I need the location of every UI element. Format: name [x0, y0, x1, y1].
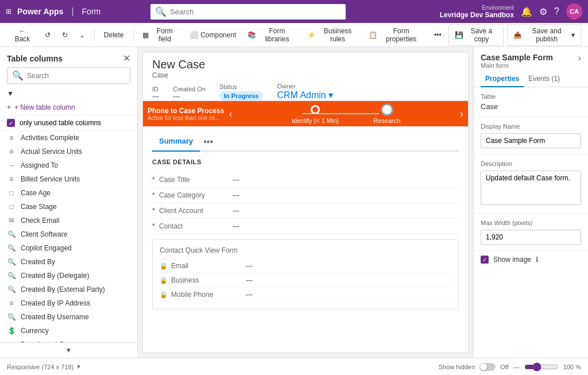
save-copy-button[interactable]: 💾 Save a copy: [448, 24, 504, 46]
info-icon[interactable]: ℹ: [536, 256, 539, 264]
right-panel-title: Case Sample Form: [481, 53, 553, 62]
form-canvas: New Case Case ID --- Created On --- Stat…: [142, 52, 469, 353]
qv-label-email: Email: [171, 262, 246, 270]
search-box[interactable]: 🔍: [150, 4, 346, 20]
business-rules-button[interactable]: ⚡ Business rules: [303, 25, 362, 45]
step-research-label: Research: [373, 117, 400, 124]
tab-summary[interactable]: Summary: [152, 133, 200, 152]
list-item[interactable]: ≡ Billed Service Units: [0, 172, 137, 186]
more-history-button[interactable]: ⌄: [75, 29, 90, 41]
form-field-button[interactable]: ▦ Form field: [138, 25, 183, 45]
show-image-checkbox[interactable]: ✓: [481, 256, 489, 264]
sidebar-scroll-down[interactable]: ▼: [65, 346, 72, 354]
sidebar-item-check-email[interactable]: ✉ Check Email: [0, 214, 137, 227]
sidebar-item-case-stage[interactable]: □ Case Stage: [0, 200, 137, 214]
process-left-arrow-icon[interactable]: ‹: [229, 108, 232, 120]
sidebar-list: ≡ Activities Complete ≡ Actual Service U…: [0, 131, 137, 342]
list-item-label: Created By IP Address: [21, 299, 90, 307]
currency-icon: 💲: [7, 327, 16, 335]
created-on-label: Created On: [173, 86, 206, 92]
save-publish-icon: 📤: [513, 31, 522, 39]
display-name-input[interactable]: [481, 133, 581, 148]
sidebar-item-currency[interactable]: 💲 Currency: [0, 324, 137, 338]
tab-events[interactable]: Events (1): [524, 71, 564, 87]
created-on-value: ---: [173, 92, 206, 100]
top-bar: ⊞ Power Apps | Form 🔍 Environment Levrid…: [0, 0, 588, 23]
quick-view-form: Contact Quick View Form 🔒 Email --- 🔒 Bu…: [152, 239, 459, 310]
sidebar-search-input[interactable]: [27, 72, 125, 80]
toolbar-right: 💾 Save a copy 📤 Save and publish ▾: [448, 24, 581, 46]
help-icon[interactable]: ?: [554, 6, 559, 17]
list-item[interactable]: □ Case Age: [0, 186, 137, 200]
back-button[interactable]: ← Back: [7, 25, 38, 45]
tab-more-button[interactable]: •••: [201, 133, 215, 150]
show-image-row[interactable]: ✓ Show image ℹ: [474, 251, 588, 268]
right-panel-title-block: Case Sample Form Main form: [481, 53, 553, 69]
settings-gear-icon[interactable]: ⚙: [539, 6, 547, 17]
form-properties-button[interactable]: 📋 Form properties: [364, 25, 427, 45]
status-bar: Responsive (724 x 718) ▾ Show hidden Off…: [0, 358, 588, 375]
list-item-label: Created By (External Party): [21, 285, 105, 293]
search-small-icon: 🔍: [7, 244, 16, 252]
new-table-column-button[interactable]: + + New table column: [0, 100, 137, 115]
undo-button[interactable]: ↺: [40, 29, 55, 41]
max-width-label: Max Width (pixels): [481, 219, 581, 226]
qv-value-mobile: ---: [246, 291, 253, 299]
right-panel-expand-icon[interactable]: ›: [578, 53, 581, 63]
component-button[interactable]: ⬜ Component: [185, 29, 241, 41]
sidebar-search-box[interactable]: 🔍: [7, 67, 130, 84]
max-width-input[interactable]: [481, 230, 581, 245]
search-input[interactable]: [170, 7, 341, 16]
list-item[interactable]: ≡ Created By IP Address: [0, 296, 137, 310]
step-inactive-circle: [381, 103, 393, 116]
center-area: New Case Case ID --- Created On --- Stat…: [138, 47, 473, 358]
qv-label-business: Business: [171, 276, 246, 284]
list-item[interactable]: → Assigned To: [0, 158, 137, 172]
list-item-label: Assigned To: [21, 161, 58, 169]
sidebar-close-button[interactable]: ✕: [123, 53, 130, 64]
notification-bell-icon[interactable]: 🔔: [521, 6, 532, 17]
table-label: Table: [481, 93, 581, 100]
list-item[interactable]: 🔍 Copilot Engaged: [0, 241, 137, 255]
brand-name: Power Apps: [17, 7, 63, 16]
field-row-case-category: * Case Category ---: [152, 188, 459, 203]
process-connector-line: [303, 113, 379, 114]
panel-table-section: Table Case: [474, 87, 588, 117]
list-item-label: Case Stage: [21, 203, 57, 211]
id-label: ID: [152, 86, 159, 92]
section-title: CASE DETAILS: [152, 158, 459, 165]
show-unused-columns-row[interactable]: ✓ only unused table columns: [0, 115, 137, 131]
process-right-arrow-icon[interactable]: ›: [460, 108, 463, 120]
description-textarea[interactable]: Updated default Case form.: [481, 171, 581, 205]
show-unused-checkbox[interactable]: ✓: [7, 119, 15, 127]
zoom-slider[interactable]: [524, 362, 559, 372]
sidebar-search-icon: 🔍: [12, 70, 24, 81]
panel-tabs: Properties Events (1): [474, 71, 588, 87]
avatar[interactable]: CA: [566, 3, 582, 20]
quick-view-field-business: 🔒 Business ---: [160, 273, 451, 288]
field-row-case-title: * Case Title ---: [152, 172, 459, 188]
responsive-chevron-icon[interactable]: ▾: [77, 363, 80, 370]
redo-button[interactable]: ↻: [57, 29, 72, 41]
show-hidden-toggle[interactable]: [479, 363, 496, 371]
list-item[interactable]: ≡ Activities Complete: [0, 131, 137, 145]
lock-icon: 🔒: [160, 262, 168, 270]
list-item[interactable]: ≡ Actual Service Units: [0, 145, 137, 158]
status-bar-right: Show hidden Off — 100 %: [439, 362, 581, 372]
list-item[interactable]: 🔍 Created By (Delegate): [0, 269, 137, 283]
more-actions-button[interactable]: •••: [430, 29, 446, 41]
save-publish-button[interactable]: 📤 Save and publish ▾: [507, 24, 581, 46]
tab-properties[interactable]: Properties: [481, 71, 524, 87]
delete-button[interactable]: Delete: [99, 29, 129, 41]
process-info: Phone to Case Process Active for less th…: [148, 107, 229, 121]
sidebar-item-created-username[interactable]: 🔍 Created By Username: [0, 310, 137, 324]
list-item[interactable]: 🔍 Client Software: [0, 227, 137, 241]
form-libraries-button[interactable]: 📚 Form libraries: [243, 25, 300, 45]
sidebar-item-created-by[interactable]: 🔍 Created By: [0, 255, 137, 269]
list-item[interactable]: 🔍 Created By (External Party): [0, 283, 137, 296]
sidebar-item-deactivated-on[interactable]: ≡ Deactivated On: [0, 338, 137, 342]
list-item-label: Actual Service Units: [21, 148, 82, 156]
search-small-icon: 🔍: [7, 313, 16, 321]
owner-value[interactable]: CRM Admin ▾: [277, 90, 332, 100]
app-launcher[interactable]: ⊞: [6, 7, 11, 16]
